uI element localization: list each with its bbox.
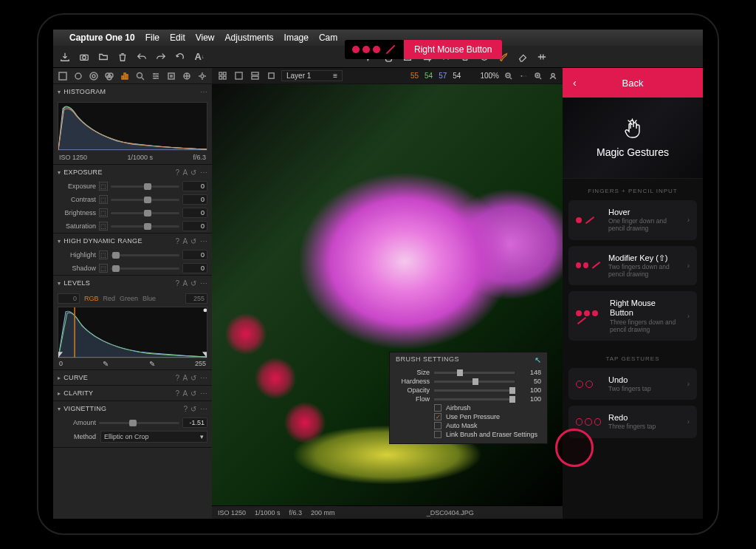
panel-auto-icon[interactable]: A — [182, 168, 188, 177]
redo-icon[interactable] — [154, 50, 168, 64]
levels-input-white[interactable]: 255 — [185, 293, 207, 304]
white-point-picker-icon[interactable]: ✎ — [149, 360, 155, 368]
proof-icon[interactable] — [265, 70, 277, 82]
chevron-right-icon: › — [687, 312, 690, 320]
back-button[interactable]: ‹ Back — [563, 68, 703, 98]
single-view-icon[interactable] — [233, 70, 244, 82]
panel-auto-icon[interactable]: A — [182, 279, 188, 287]
user-icon[interactable] — [548, 71, 558, 81]
airbrush-checkbox[interactable] — [434, 404, 441, 412]
mask-indicator[interactable]: ⬚ — [99, 250, 108, 259]
saturation-slider[interactable]: Saturation⬚0 — [53, 219, 212, 233]
eraser-tool-icon[interactable] — [515, 50, 530, 64]
panel-auto-icon[interactable]: A — [182, 237, 188, 245]
levels-histogram[interactable] — [58, 307, 207, 358]
panel-help-icon[interactable]: ? — [176, 168, 180, 177]
folder-icon[interactable] — [96, 50, 111, 64]
panel-help-icon[interactable]: ? — [176, 279, 180, 287]
levels-tab-green[interactable]: Green — [120, 295, 138, 302]
tab-meta-icon[interactable] — [167, 70, 176, 82]
menu-edit[interactable]: Edit — [170, 33, 185, 43]
brightness-slider[interactable]: Brightness⬚0 — [53, 206, 212, 219]
mask-indicator[interactable]: ⬚ — [99, 222, 108, 231]
undo-icon[interactable] — [134, 50, 149, 64]
panel-help-icon[interactable]: ? — [176, 237, 180, 245]
levels-input-black[interactable]: 0 — [58, 293, 80, 304]
rmb-overlay-badge: Right Mouse Button — [345, 40, 502, 59]
tab-color-icon[interactable] — [104, 70, 114, 82]
menu-image[interactable]: Image — [284, 33, 309, 43]
gesture-redo-card[interactable]: RedoThree fingers tap › — [568, 406, 697, 437]
gesture-modifier-card[interactable]: Modifier Key (⇧)Two fingers down and pen… — [568, 246, 697, 286]
panel-more-icon[interactable]: ⋯ — [200, 237, 207, 245]
levels-tab-blue[interactable]: Blue — [142, 295, 156, 302]
gradient-tool-icon[interactable] — [535, 50, 549, 64]
grid-view-icon[interactable] — [216, 70, 228, 82]
tab-settings-icon[interactable] — [198, 70, 207, 82]
menu-view[interactable]: View — [196, 33, 215, 43]
contrast-slider[interactable]: Contrast⬚0 — [53, 193, 212, 206]
multi-view-icon[interactable] — [249, 70, 261, 82]
tab-details-icon[interactable] — [135, 70, 145, 82]
reset-icon[interactable] — [173, 50, 188, 64]
menu-file[interactable]: File — [145, 33, 159, 43]
chevron-right-icon[interactable]: ▸ — [58, 390, 61, 397]
tab-exposure-icon[interactable] — [120, 70, 129, 82]
tab-output-icon[interactable] — [182, 70, 192, 82]
tab-library-icon[interactable] — [58, 70, 67, 82]
panel-more-icon[interactable]: ⋯ — [200, 168, 207, 177]
brush-hardness-slider[interactable] — [434, 381, 515, 383]
chevron-down-icon[interactable]: ▾ — [58, 238, 61, 245]
levels-tab-red[interactable]: Red — [103, 295, 116, 302]
footer-aperture: f/6.3 — [289, 509, 303, 516]
tab-lens-icon[interactable] — [89, 70, 98, 82]
black-point-picker-icon[interactable]: ✎ — [103, 360, 109, 368]
levels-tab-rgb[interactable]: RGB — [84, 295, 99, 302]
svg-rect-21 — [223, 72, 226, 75]
gesture-undo-card[interactable]: UndoTwo fingers tap › — [568, 368, 697, 400]
brush-size-slider[interactable] — [434, 372, 515, 374]
chevron-down-icon[interactable]: ▾ — [58, 406, 61, 412]
chevron-right-icon[interactable]: ▸ — [58, 375, 61, 381]
levels-output-black[interactable]: 0 — [59, 360, 63, 368]
tab-adjust-icon[interactable] — [151, 70, 161, 82]
brush-flow-slider[interactable] — [434, 398, 515, 400]
brush-opacity-slider[interactable] — [434, 389, 515, 392]
highlight-slider[interactable]: Highlight⬚0 — [53, 248, 212, 262]
menu-camera[interactable]: Cam — [319, 33, 337, 43]
panel-reset-icon[interactable]: ↺ — [190, 279, 196, 287]
shadow-slider[interactable]: Shadow⬚0 — [53, 262, 212, 275]
import-icon[interactable] — [58, 50, 72, 64]
mask-indicator[interactable]: ⬚ — [99, 208, 108, 217]
chevron-down-icon[interactable]: ▾ — [58, 280, 61, 287]
menu-adjustments[interactable]: Adjustments — [225, 33, 274, 43]
zoom-slider[interactable] — [518, 71, 529, 81]
link-brush-checkbox[interactable] — [434, 431, 441, 438]
chevron-down-icon[interactable]: ▾ — [58, 89, 61, 95]
app-name-menu[interactable]: Capture One 10 — [69, 33, 135, 43]
layer-select[interactable]: Layer 1≡ — [281, 70, 343, 81]
mask-indicator[interactable]: ⬚ — [99, 182, 108, 191]
zoom-out-icon[interactable] — [504, 71, 514, 81]
auto-mask-checkbox[interactable] — [434, 422, 441, 429]
panel-more-icon[interactable]: ⋯ — [200, 279, 207, 287]
panel-reset-icon[interactable]: ↺ — [190, 168, 196, 177]
exposure-slider[interactable]: Exposure⬚0 — [53, 180, 212, 193]
mask-indicator[interactable]: ⬚ — [99, 264, 108, 273]
tab-capture-icon[interactable] — [73, 70, 83, 82]
gesture-rmb-card[interactable]: Right Mouse ButtonThree fingers down and… — [568, 291, 697, 341]
brush-settings-popup[interactable]: BRUSH SETTINGS↖ Size148 Hardness50 Opaci… — [389, 352, 548, 444]
levels-output-white[interactable]: 255 — [195, 360, 206, 368]
pen-pressure-checkbox[interactable]: ✓ — [434, 413, 441, 420]
camera-icon[interactable] — [77, 50, 92, 64]
chevron-down-icon[interactable]: ▾ — [58, 169, 61, 176]
trash-icon[interactable] — [115, 50, 130, 64]
zoom-in-icon[interactable] — [533, 71, 543, 81]
mask-indicator[interactable]: ⬚ — [99, 195, 108, 204]
panel-reset-icon[interactable]: ↺ — [190, 237, 196, 245]
gesture-hover-card[interactable]: HoverOne finger down and pencil drawing … — [568, 200, 697, 240]
text-tool-icon[interactable]: A↓ — [192, 50, 207, 64]
panel-more-icon[interactable]: ⋯ — [200, 88, 207, 96]
vignette-method-select[interactable]: Elliptic on Crop▾ — [100, 431, 207, 443]
vignette-amount-slider[interactable]: Amount-1.51 — [53, 416, 212, 429]
